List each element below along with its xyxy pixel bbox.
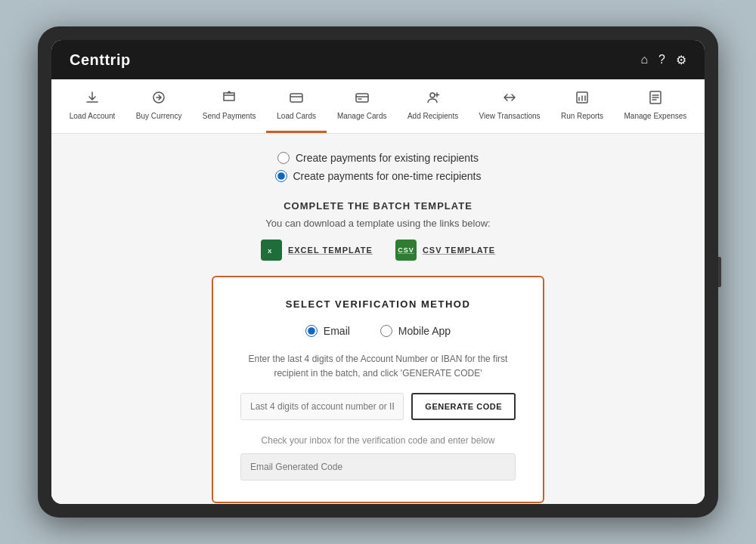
email-method-option[interactable]: Email: [305, 325, 350, 337]
mobile-app-method-label: Mobile App: [398, 325, 451, 337]
app-header: Centtrip ⌂ ? ⚙: [51, 40, 705, 79]
svg-point-3: [430, 93, 435, 97]
add-recipients-icon: [426, 90, 441, 109]
view-transactions-icon: [502, 90, 517, 109]
verification-title: SELECT VERIFICATION METHOD: [240, 298, 516, 310]
svg-rect-2: [356, 94, 368, 102]
tablet-screen: Centtrip ⌂ ? ⚙ Load Account: [51, 40, 705, 504]
tablet-side-button: [718, 257, 721, 287]
nav-view-transactions[interactable]: View Transactions: [469, 79, 550, 133]
excel-template-label: EXCEL TEMPLATE: [288, 246, 373, 255]
one-time-recipients-radio[interactable]: [275, 170, 287, 182]
view-transactions-label: View Transactions: [479, 112, 541, 120]
home-icon[interactable]: ⌂: [640, 53, 648, 66]
excel-template-link[interactable]: X EXCEL TEMPLATE: [261, 240, 373, 261]
help-icon[interactable]: ?: [658, 53, 665, 66]
account-number-input[interactable]: [240, 393, 404, 420]
run-reports-icon: [575, 90, 590, 109]
nav-manage-cards[interactable]: Manage Cards: [327, 79, 397, 133]
one-time-recipients-option[interactable]: Create payments for one-time recipients: [275, 170, 482, 182]
existing-recipients-label: Create payments for existing recipients: [296, 152, 479, 164]
csv-icon: CSV: [395, 240, 417, 261]
manage-cards-label: Manage Cards: [337, 112, 387, 120]
inbox-description: Check your inbox for the verification co…: [240, 435, 516, 446]
excel-icon: X: [261, 240, 282, 261]
csv-template-label: CSV TEMPLATE: [423, 246, 495, 255]
run-reports-label: Run Reports: [561, 112, 603, 120]
one-time-recipients-label: Create payments for one-time recipients: [293, 170, 482, 182]
batch-subtitle: You can download a template using the li…: [82, 218, 674, 229]
payment-type-group: Create payments for existing recipients …: [82, 152, 674, 182]
nav-load-account[interactable]: Load Account: [59, 79, 125, 133]
batch-title: COMPLETE THE BATCH TEMPLATE: [82, 200, 674, 212]
manage-expenses-label: Manage Expenses: [624, 112, 687, 120]
settings-icon[interactable]: ⚙: [676, 53, 686, 67]
email-code-input[interactable]: [240, 453, 516, 481]
verification-box: SELECT VERIFICATION METHOD Email Mobile …: [212, 276, 544, 503]
svg-rect-1: [290, 94, 302, 102]
mobile-app-method-option[interactable]: Mobile App: [380, 325, 451, 337]
load-cards-icon: [289, 90, 304, 109]
mobile-app-radio[interactable]: [380, 325, 392, 337]
manage-expenses-icon: [648, 90, 663, 109]
header-icons: ⌂ ? ⚙: [640, 53, 686, 67]
verification-description: Enter the last 4 digits of the Account N…: [240, 352, 516, 381]
nav-manage-expenses[interactable]: Manage Expenses: [614, 79, 697, 133]
nav-load-cards[interactable]: Load Cards: [266, 79, 327, 133]
buy-currency-icon: [151, 90, 166, 109]
load-cards-label: Load Cards: [277, 112, 316, 120]
email-radio[interactable]: [305, 325, 318, 337]
add-recipients-label: Add Recipients: [407, 112, 458, 120]
navigation-bar: Load Account Buy Currency: [51, 79, 705, 134]
generate-code-button[interactable]: GENERATE CODE: [411, 393, 516, 420]
buy-currency-label: Buy Currency: [136, 112, 182, 120]
nav-add-recipients[interactable]: Add Recipients: [397, 79, 469, 133]
send-payments-label: Send Payments: [203, 112, 256, 120]
tablet-frame: Centtrip ⌂ ? ⚙ Load Account: [38, 26, 718, 518]
nav-send-payments[interactable]: Send Payments: [192, 79, 266, 133]
existing-recipients-option[interactable]: Create payments for existing recipients: [277, 152, 479, 164]
account-input-row: GENERATE CODE: [240, 393, 516, 420]
verification-methods: Email Mobile App: [240, 325, 516, 337]
template-links: X EXCEL TEMPLATE CSV CSV TEMPLATE: [82, 240, 674, 261]
load-account-label: Load Account: [70, 112, 116, 120]
csv-template-link[interactable]: CSV CSV TEMPLATE: [395, 240, 495, 261]
svg-text:X: X: [268, 248, 272, 255]
main-content: Create payments for existing recipients …: [51, 134, 705, 504]
app-logo: Centtrip: [70, 51, 131, 69]
nav-buy-currency[interactable]: Buy Currency: [125, 79, 192, 133]
batch-template-section: COMPLETE THE BATCH TEMPLATE You can down…: [82, 200, 674, 261]
load-account-icon: [85, 90, 100, 109]
email-method-label: Email: [324, 325, 350, 337]
manage-cards-icon: [355, 90, 370, 109]
send-payments-icon: [222, 90, 237, 109]
existing-recipients-radio[interactable]: [277, 152, 290, 164]
nav-run-reports[interactable]: Run Reports: [550, 79, 614, 133]
